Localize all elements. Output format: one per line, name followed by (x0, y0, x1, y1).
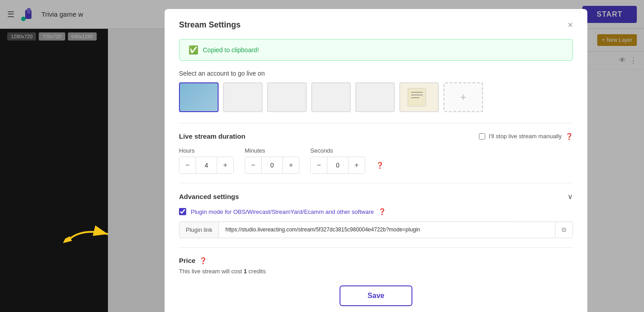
account-thumb-add[interactable]: + (443, 82, 483, 112)
account-section-label: Select an account to go live on (179, 70, 573, 77)
plugin-link-value: https://studio.livereacting.com/stream/5… (219, 222, 555, 238)
chevron-down-icon: ∨ (568, 192, 573, 201)
minutes-increment-button[interactable]: + (283, 157, 299, 173)
minutes-decrement-button[interactable]: − (245, 157, 261, 173)
plugin-mode-row: Plugin mode for OBS/Wirecast/StreamYard/… (179, 208, 573, 215)
accounts-row: + (179, 82, 573, 112)
success-banner: ✅ Copied to clipboard! (179, 39, 573, 61)
price-title: Price (179, 257, 196, 264)
account-thumb-4[interactable] (311, 82, 351, 112)
duration-fields: Hours − + Minutes − + Seco (179, 147, 573, 174)
manual-stop-checkbox[interactable] (479, 133, 485, 140)
manual-stop-label: I'll stop live stream manually (489, 133, 562, 140)
modal-overlay: Stream Settings × ✅ Copied to clipboard!… (0, 0, 644, 312)
advanced-title: Advanced settings (179, 193, 239, 200)
account-thumb-1[interactable] (179, 82, 219, 112)
modal-close-button[interactable]: × (568, 20, 573, 30)
divider-2 (179, 183, 573, 183)
divider-1 (179, 123, 573, 123)
duration-title: Live stream duration (179, 132, 246, 140)
advanced-section: Advanced settings ∨ Plugin mode for OBS/… (179, 192, 573, 238)
minutes-field: Minutes − + (245, 147, 300, 174)
success-check-icon: ✅ (188, 45, 198, 55)
account-section: Select an account to go live on + (179, 70, 573, 112)
seconds-increment-button[interactable]: + (349, 157, 365, 173)
price-text: This live stream will cost 1 credits (179, 268, 573, 275)
hours-label: Hours (179, 147, 234, 154)
seconds-field: Seconds − + (310, 147, 365, 174)
timer-help: ❓ (376, 147, 384, 174)
price-help-icon[interactable]: ❓ (199, 257, 207, 264)
minutes-label: Minutes (245, 147, 300, 154)
seconds-label: Seconds (310, 147, 365, 154)
price-text-after: credits (247, 268, 266, 275)
plugin-help-icon[interactable]: ❓ (378, 208, 386, 215)
plugin-mode-checkbox[interactable] (179, 208, 186, 215)
duration-header: Live stream duration I'll stop live stre… (179, 132, 573, 140)
account-thumb-5[interactable] (355, 82, 395, 112)
copy-icon: ⧉ (562, 226, 566, 233)
hours-input[interactable] (196, 157, 217, 173)
seconds-decrement-button[interactable]: − (311, 157, 327, 173)
paper-icon (406, 86, 433, 109)
account-thumb-2[interactable] (223, 82, 263, 112)
advanced-header[interactable]: Advanced settings ∨ (179, 192, 573, 201)
hours-stepper: − + (179, 157, 234, 174)
price-credits: 1 (244, 268, 247, 275)
manual-stop-help-icon[interactable]: ❓ (565, 133, 573, 140)
stream-settings-modal: Stream Settings × ✅ Copied to clipboard!… (165, 9, 587, 312)
save-button[interactable]: Save (340, 285, 412, 306)
plugin-link-row: Plugin link https://studio.livereacting.… (179, 222, 573, 238)
minutes-input[interactable] (261, 157, 283, 173)
hours-decrement-button[interactable]: − (179, 157, 196, 173)
account-thumb-3[interactable] (267, 82, 307, 112)
minutes-stepper: − + (245, 157, 300, 174)
seconds-input[interactable] (327, 157, 349, 173)
plugin-link-label: Plugin link (179, 222, 219, 238)
price-text-before: This live stream will cost (179, 268, 244, 275)
copy-link-button[interactable]: ⧉ (555, 222, 572, 238)
price-header: Price ❓ (179, 257, 573, 264)
modal-header: Stream Settings × (179, 20, 573, 30)
hours-increment-button[interactable]: + (217, 157, 233, 173)
seconds-stepper: − + (310, 157, 365, 174)
svg-rect-3 (408, 88, 426, 106)
plugin-mode-label: Plugin mode for OBS/Wirecast/StreamYard/… (191, 208, 374, 215)
manual-stop-row: I'll stop live stream manually ❓ (479, 133, 573, 140)
timer-help-icon[interactable]: ❓ (376, 162, 384, 169)
modal-title: Stream Settings (179, 20, 241, 30)
success-text: Copied to clipboard! (203, 46, 259, 54)
account-thumb-6[interactable] (399, 82, 439, 112)
divider-3 (179, 247, 573, 248)
hours-field: Hours − + (179, 147, 234, 174)
plus-icon: + (460, 91, 466, 104)
price-section: Price ❓ This live stream will cost 1 cre… (179, 257, 573, 275)
duration-section: Live stream duration I'll stop live stre… (179, 132, 573, 174)
save-section: Save (179, 285, 573, 306)
